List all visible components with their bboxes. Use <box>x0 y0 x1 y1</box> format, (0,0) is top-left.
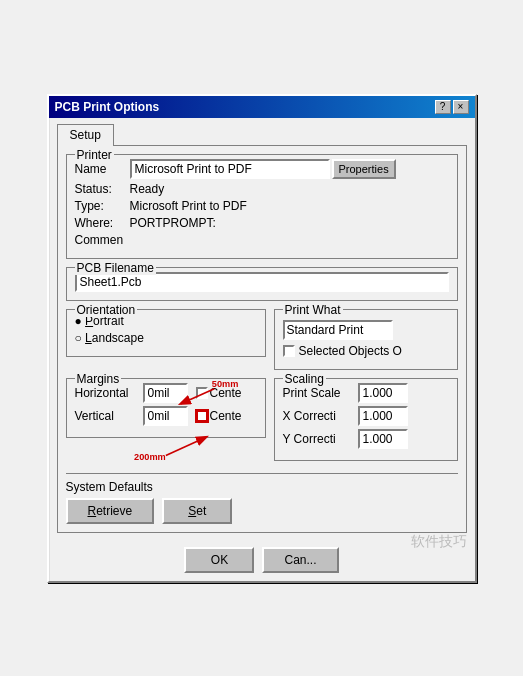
footer-buttons: OK Can... <box>57 541 467 573</box>
properties-button[interactable]: Properties <box>332 159 396 179</box>
scaling-group-label: Scaling <box>283 372 326 386</box>
y-correction-row: Y Correcti <box>283 429 449 449</box>
x-correction-label: X Correcti <box>283 409 358 423</box>
print-what-label: Print What <box>283 303 343 317</box>
cancel-button[interactable]: Can... <box>262 547 338 573</box>
orientation-group: Orientation ● Portrait ○ Landscape <box>66 309 266 357</box>
type-value: Microsoft Print to PDF <box>130 199 247 213</box>
ok-button[interactable]: OK <box>184 547 254 573</box>
orientation-col: Orientation ● Portrait ○ Landscape <box>66 309 266 378</box>
status-value: Ready <box>130 182 165 196</box>
printer-name-label: Name <box>75 162 130 176</box>
type-label: Type: <box>75 199 130 213</box>
selected-objects-checkbox[interactable] <box>283 345 295 357</box>
set-button[interactable]: Set <box>162 498 232 524</box>
y-correction-label: Y Correcti <box>283 432 358 446</box>
horizontal-input[interactable] <box>143 383 188 403</box>
margins-group-label: Margins <box>75 372 122 386</box>
center-v-checkbox[interactable] <box>196 410 208 422</box>
dialog-body: Setup Printer Name Properties Status: <box>49 118 475 581</box>
center-h-checkbox[interactable] <box>196 387 208 399</box>
print-what-group: Print What Standard Print All Layers Sel… <box>274 309 458 370</box>
system-defaults-label: System Defaults <box>66 480 458 494</box>
printer-status-row: Status: Ready <box>75 182 449 196</box>
scaling-col: Scaling Print Scale X Correcti <box>274 378 458 469</box>
landscape-row: ○ Landscape <box>75 331 257 345</box>
print-what-select-row: Standard Print All Layers <box>283 320 449 340</box>
orientation-label: Orientation <box>75 303 138 317</box>
printer-name-input-wrapper: Properties <box>130 159 449 179</box>
print-scale-label: Print Scale <box>283 386 358 400</box>
vertical-label: Vertical <box>75 409 143 423</box>
where-value: PORTPROMPT: <box>130 216 216 230</box>
status-label: Status: <box>75 182 130 196</box>
dialog-title: PCB Print Options <box>55 100 160 114</box>
tab-setup[interactable]: Setup <box>57 124 114 146</box>
filename-group: PCB Filename <box>66 267 458 301</box>
print-scale-input[interactable] <box>358 383 408 403</box>
vertical-input[interactable] <box>143 406 188 426</box>
retrieve-button[interactable]: Retrieve <box>66 498 155 524</box>
printer-group-label: Printer <box>75 148 114 162</box>
printer-group: Printer Name Properties Status: Ready Ty… <box>66 154 458 259</box>
title-bar: PCB Print Options ? × <box>49 96 475 118</box>
where-label: Where: <box>75 216 130 230</box>
print-what-select[interactable]: Standard Print All Layers <box>283 320 393 340</box>
scaling-group: Scaling Print Scale X Correcti <box>274 378 458 461</box>
y-correction-input[interactable] <box>358 429 408 449</box>
system-defaults: System Defaults Retrieve Set <box>66 473 458 524</box>
filename-input[interactable] <box>75 272 449 292</box>
system-defaults-buttons: Retrieve Set <box>66 498 458 524</box>
close-button[interactable]: × <box>453 100 469 114</box>
title-bar-buttons: ? × <box>435 100 469 114</box>
printer-name-input[interactable] <box>130 159 330 179</box>
x-correction-row: X Correcti <box>283 406 449 426</box>
center-v-label: Cente <box>210 409 242 423</box>
print-what-col: Print What Standard Print All Layers Sel… <box>274 309 458 378</box>
two-col-top: Orientation ● Portrait ○ Landscape <box>66 309 458 378</box>
horizontal-row: Horizontal Cente <box>75 383 257 403</box>
horizontal-label: Horizontal <box>75 386 143 400</box>
comment-label: Commen <box>75 233 130 247</box>
printer-type-row: Type: Microsoft Print to PDF <box>75 199 449 213</box>
selected-objects-label: Selected Objects O <box>299 344 402 358</box>
tab-row: Setup <box>57 124 467 146</box>
two-col-bottom: Margins Horizontal Cente Vertical <box>66 378 458 469</box>
tab-content: Printer Name Properties Status: Ready Ty… <box>57 145 467 533</box>
landscape-label: ○ Landscape <box>75 331 144 345</box>
printer-comment-row: Commen <box>75 233 449 247</box>
print-scale-row: Print Scale <box>283 383 449 403</box>
help-button[interactable]: ? <box>435 100 451 114</box>
printer-name-row: Name Properties <box>75 159 449 179</box>
x-correction-input[interactable] <box>358 406 408 426</box>
filename-group-label: PCB Filename <box>75 261 156 275</box>
center-h-label: Cente <box>210 386 242 400</box>
selected-objects-row: Selected Objects O <box>283 344 449 358</box>
vertical-row: Vertical Cente <box>75 406 257 426</box>
printer-where-row: Where: PORTPROMPT: <box>75 216 449 230</box>
margins-col: Margins Horizontal Cente Vertical <box>66 378 266 469</box>
margins-group: Margins Horizontal Cente Vertical <box>66 378 266 438</box>
